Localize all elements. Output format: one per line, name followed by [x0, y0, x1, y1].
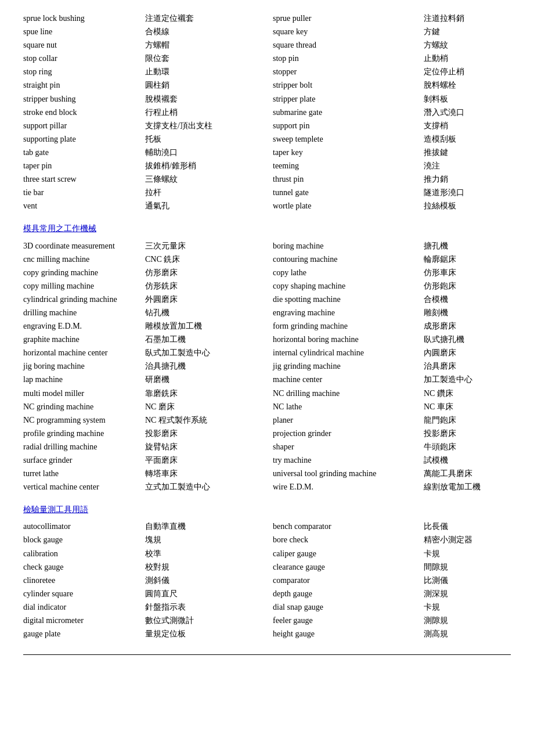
- col-spacer: [250, 574, 273, 587]
- chinese-trans-2: 成形磨床: [424, 319, 517, 333]
- chinese-trans-2: 卡規: [424, 547, 517, 560]
- chinese-trans: 托板: [145, 132, 250, 146]
- chinese-trans-2: 推力銷: [424, 172, 517, 186]
- chinese-trans: 石墨加工機: [145, 333, 250, 346]
- table-row: three start screw三條螺紋thrust pin推力銷: [23, 172, 511, 186]
- english-term: vent: [23, 199, 145, 213]
- english-term: spue line: [23, 25, 145, 38]
- english-term-2: internal cylindrical machine: [273, 346, 424, 359]
- chinese-trans-2: 臥式搪孔機: [424, 333, 517, 346]
- table-row: engraving E.D.M.雕模放置加工機form grinding mac…: [23, 319, 511, 333]
- english-term-2: caliper gauge: [273, 547, 424, 560]
- chinese-trans: 注道定位襯套: [145, 12, 250, 25]
- english-term: three start screw: [23, 172, 145, 186]
- chinese-trans: 拔錐梢/錐形梢: [145, 159, 250, 172]
- english-term-2: projection grinder: [273, 427, 424, 440]
- english-term: copy milling machine: [23, 279, 145, 293]
- chinese-trans-2: 線割放電加工機: [424, 480, 517, 494]
- chinese-trans-2: 推拔鍵: [424, 146, 517, 159]
- chinese-trans: 仿形磨床: [145, 266, 250, 279]
- col-spacer: [250, 65, 273, 78]
- english-term-2: bore check: [273, 533, 424, 546]
- english-term-2: contouring machine: [273, 253, 424, 266]
- table-row: copy grinding machine仿形磨床copy lathe仿形車床: [23, 266, 511, 279]
- english-term-2: NC drilling machine: [273, 387, 424, 400]
- chinese-trans: 投影磨床: [145, 427, 250, 440]
- english-term: cylindrical grinding machine: [23, 293, 145, 306]
- english-term: supporting plate: [23, 132, 145, 146]
- col-spacer: [250, 520, 273, 533]
- chinese-trans-2: 間隙規: [424, 560, 517, 574]
- table-row: profile grinding machine投影磨床projection g…: [23, 427, 511, 440]
- top-glossary-section: sprue lock bushing注道定位襯套sprue puller注道拉料…: [23, 12, 511, 213]
- col-spacer: [250, 132, 273, 146]
- chinese-trans: 研磨機: [145, 373, 250, 386]
- table-row: autocollimator自動準直機bench comparator比長儀: [23, 520, 511, 533]
- english-term: taper pin: [23, 159, 145, 172]
- col-spacer: [250, 359, 273, 373]
- col-spacer: [250, 547, 273, 560]
- english-term-2: try machine: [273, 453, 424, 467]
- english-term: radial drilling machine: [23, 440, 145, 453]
- english-term-2: bench comparator: [273, 520, 424, 533]
- col-spacer: [250, 614, 273, 627]
- english-term-2: feeler gauge: [273, 614, 424, 627]
- table-row: cnc milling machineCNC 銑床contouring mach…: [23, 253, 511, 266]
- col-spacer: [250, 467, 273, 480]
- col-spacer: [250, 253, 273, 266]
- table-row: turret lathe轉塔車床universal tool grinding …: [23, 467, 511, 480]
- chinese-trans-2: 拉絲模板: [424, 199, 517, 213]
- col-spacer: [250, 346, 273, 359]
- table-row: gauge plate量規定位板height gauge測高規: [23, 627, 511, 640]
- chinese-trans-2: 支撐梢: [424, 119, 517, 132]
- english-term-2: support pin: [273, 119, 424, 132]
- chinese-trans: 拉杆: [145, 186, 250, 199]
- col-spacer: [250, 12, 273, 25]
- english-term: clinoretee: [23, 574, 145, 587]
- table-row: graphite machine石墨加工機horizontal boring m…: [23, 333, 511, 346]
- english-term: NC programming system: [23, 413, 145, 427]
- english-term: block gauge: [23, 533, 145, 546]
- chinese-trans: 方螺帽: [145, 38, 250, 52]
- table-row: dial indicator針盤指示表dial snap gauge卡規: [23, 600, 511, 614]
- english-term-2: teeming: [273, 159, 424, 172]
- col-spacer: [250, 453, 273, 467]
- english-term-2: stripper bolt: [273, 78, 424, 92]
- english-term-2: jig grinding machine: [273, 359, 424, 373]
- chinese-trans-2: 測深規: [424, 587, 517, 600]
- english-term-2: stopper: [273, 65, 424, 78]
- english-term: vertical machine center: [23, 480, 145, 494]
- table-row: surface grinder平面磨床try machine試模機: [23, 453, 511, 467]
- chinese-trans: 合模線: [145, 25, 250, 38]
- chinese-trans-2: 合模機: [424, 293, 517, 306]
- chinese-trans: 數位式測微計: [145, 614, 250, 627]
- chinese-trans: 平面磨床: [145, 453, 250, 467]
- english-term-2: wire E.D.M.: [273, 480, 424, 494]
- english-term-2: machine center: [273, 373, 424, 386]
- col-spacer: [250, 199, 273, 213]
- col-spacer: [250, 387, 273, 400]
- chinese-trans-2: 測高規: [424, 627, 517, 640]
- table-row: horizontal machine center臥式加工製造中心interna…: [23, 346, 511, 359]
- chinese-trans-2: 治具磨床: [424, 359, 517, 373]
- table-row: jig boring machine治具搪孔機jig grinding mach…: [23, 359, 511, 373]
- chinese-trans-2: 比長儀: [424, 520, 517, 533]
- table-row: radial drilling machine旋臂钻床shaper牛頭鉋床: [23, 440, 511, 453]
- english-term: drilling machine: [23, 306, 145, 319]
- english-term: graphite machine: [23, 333, 145, 346]
- col-spacer: [250, 319, 273, 333]
- table-row: drilling machine钻孔機engraving machine雕刻機: [23, 306, 511, 319]
- machines-section: 模具常用之工作機械3D coordinate measurement三次元量床b…: [23, 222, 511, 494]
- english-term: dial indicator: [23, 600, 145, 614]
- page-content: sprue lock bushing注道定位襯套sprue puller注道拉料…: [23, 12, 511, 655]
- col-spacer: [250, 279, 273, 293]
- english-term-2: sprue puller: [273, 12, 424, 25]
- table-row: cylindrical grinding machine外圓磨床die spot…: [23, 293, 511, 306]
- table-row: sprue lock bushing注道定位襯套sprue puller注道拉料…: [23, 12, 511, 25]
- col-spacer: [250, 600, 273, 614]
- table-row: taper pin拔錐梢/錐形梢teeming澆注: [23, 159, 511, 172]
- chinese-trans-2: 定位停止梢: [424, 65, 517, 78]
- table-row: stripper bushing脫模襯套stripper plate剝料板: [23, 92, 511, 106]
- english-term-2: shaper: [273, 440, 424, 453]
- chinese-trans-2: 造模刮板: [424, 132, 517, 146]
